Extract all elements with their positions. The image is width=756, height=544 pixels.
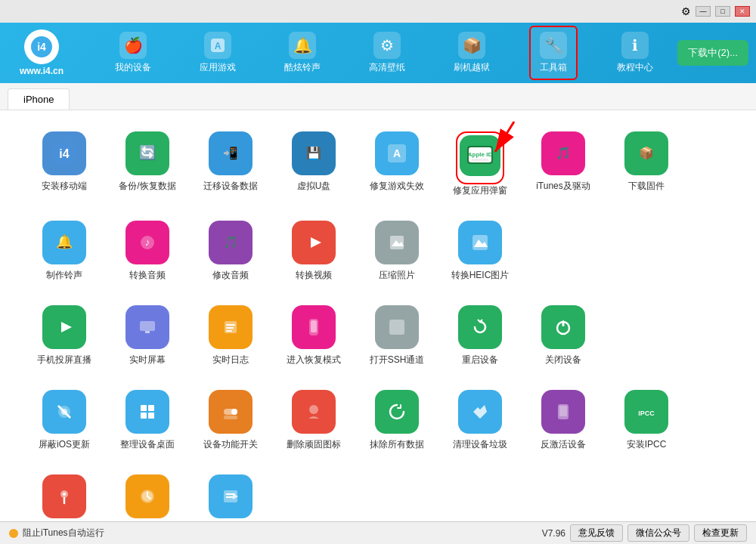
tool-screen-mirror[interactable]: 手机投屏直播 — [23, 299, 106, 372]
tool-itunes-driver[interactable]: 🎵 iTunes及驱动 — [522, 125, 605, 203]
svg-rect-66 — [148, 405, 154, 411]
install-ipcc-icon: IPCC — [624, 390, 668, 434]
tool-clean-junk[interactable]: 清理设备垃圾 — [438, 384, 522, 457]
tool-install-mobile[interactable]: i4 安装移动端 — [23, 125, 106, 203]
svg-rect-50 — [226, 330, 232, 332]
nav-my-device[interactable]: 🍎 我的设备 — [106, 27, 160, 79]
virtual-udisk-label: 虚拟U盘 — [297, 180, 331, 193]
tool-shutdown-device[interactable]: 关闭设备 — [522, 299, 605, 372]
svg-text:IPCC: IPCC — [638, 410, 655, 417]
convert-video-label: 转换视频 — [296, 269, 332, 282]
install-ipcc-label: 安装IPCC — [627, 438, 667, 451]
tool-install-ipcc[interactable]: IPCC 安装IPCC — [605, 384, 688, 457]
device-func-toggle-icon — [209, 390, 253, 434]
organize-desktop-icon — [125, 390, 169, 434]
itunes-driver-icon: 🎵 — [541, 131, 585, 175]
tool-edit-audio[interactable]: 🎵 修改音频 — [189, 215, 272, 288]
close-button[interactable]: ✕ — [735, 6, 750, 17]
deactivate-icon — [541, 390, 585, 434]
svg-rect-55 — [389, 320, 404, 335]
nav-toolbox[interactable]: 🔧 工具箱 — [529, 26, 578, 80]
tool-fix-popup[interactable]: Apple ID 修复应用弹窗 — [438, 125, 522, 203]
install-mobile-label: 安装移动端 — [42, 180, 87, 193]
iphone-tab[interactable]: iPhone — [8, 88, 70, 110]
nav-jailbreak[interactable]: 📦 刷机越狱 — [445, 27, 499, 79]
tool-recovery-mode[interactable]: 进入恢复模式 — [272, 299, 355, 372]
tool-organize-desktop[interactable]: 整理设备桌面 — [106, 384, 189, 457]
svg-rect-53 — [311, 320, 317, 332]
nav-wallpaper[interactable]: ⚙ 高清壁纸 — [360, 27, 414, 79]
tool-backup-restore[interactable]: 🔄 备份/恢复数据 — [106, 125, 189, 203]
make-ringtone-icon: 🔔 — [42, 221, 86, 264]
open-ssh-label: 打开SSH通道 — [370, 354, 425, 366]
screen-mirror-label: 手机投屏直播 — [37, 354, 91, 366]
svg-point-74 — [309, 405, 318, 414]
nav-ringtones[interactable]: 🔔 酷炫铃声 — [275, 27, 330, 79]
tool-deactivate[interactable]: 反激活设备 — [522, 384, 605, 457]
tool-download-firmware[interactable]: 📦 下载固件 — [605, 125, 688, 203]
tool-convert-video[interactable]: 转换视频 — [272, 215, 355, 288]
download-firmware-icon: 📦 — [624, 131, 668, 175]
svg-rect-65 — [141, 405, 147, 411]
fix-game-icon: A — [375, 131, 419, 175]
tool-device-func-toggle[interactable]: 设备功能开关 — [189, 384, 272, 457]
tool-fake-location[interactable]: 虚拟定位 — [23, 468, 106, 521]
svg-text:🎵: 🎵 — [223, 235, 238, 249]
tool-wipe-data[interactable]: 抹除所有数据 — [355, 384, 438, 457]
download-button[interactable]: 下载中(2)... — [677, 40, 748, 66]
settings-icon[interactable]: ⚙ — [681, 5, 691, 17]
tool-convert-audio[interactable]: ♪ 转换音频 — [106, 215, 189, 288]
tool-compress-photo[interactable]: 压缩照片 — [355, 215, 438, 288]
tool-block-ios-update[interactable]: 屏蔽iOS更新 — [23, 384, 106, 457]
itunes-driver-label: iTunes及驱动 — [536, 180, 590, 193]
nav-toolbox-label: 工具箱 — [540, 61, 567, 74]
minimize-button[interactable]: — — [696, 6, 711, 17]
nav-items: 🍎 我的设备 A 应用游戏 🔔 酷炫铃声 ⚙ 高清壁纸 📦 刷机越狱 🔧 工具箱… — [91, 26, 677, 80]
fix-popup-highlight: Apple ID — [456, 131, 504, 184]
tool-skip-setup[interactable]: 跳过设置向导 — [189, 468, 272, 521]
tool-real-log[interactable]: 实时日志 — [189, 299, 272, 372]
tutorial-icon: ℹ — [621, 32, 649, 59]
svg-rect-68 — [148, 413, 154, 419]
real-log-label: 实时日志 — [212, 354, 249, 366]
svg-text:A: A — [215, 41, 222, 51]
svg-rect-64 — [135, 399, 160, 425]
real-log-icon — [209, 305, 253, 349]
status-circle — [9, 529, 18, 538]
fix-game-label: 修复游戏失效 — [370, 180, 424, 193]
tool-fix-game[interactable]: A 修复游戏失效 — [355, 125, 438, 203]
svg-rect-67 — [141, 413, 147, 419]
update-button[interactable]: 检查更新 — [694, 524, 747, 542]
feedback-button[interactable]: 意见反馈 — [570, 524, 623, 542]
tool-convert-heic[interactable]: 转换HEIC图片 — [438, 215, 522, 288]
title-bar: ⚙ — □ ✕ — [0, 0, 756, 23]
status-right: V7.96 意见反馈 微信公众号 检查更新 — [542, 524, 747, 542]
fix-popup-label: 修复应用弹窗 — [453, 184, 507, 197]
nav-app-games[interactable]: A 应用游戏 — [191, 27, 245, 79]
tool-delete-stubborn[interactable]: 删除顽固图标 — [272, 384, 355, 457]
svg-point-84 — [63, 493, 66, 496]
recovery-mode-icon — [292, 305, 336, 349]
tool-restart-device[interactable]: 重启设备 — [438, 299, 522, 372]
download-firmware-label: 下载固件 — [628, 180, 665, 193]
clean-junk-icon — [458, 390, 502, 434]
real-screen-label: 实时屏幕 — [129, 354, 166, 366]
tool-open-ssh[interactable]: 打开SSH通道 — [355, 299, 438, 372]
tool-row-4: 屏蔽iOS更新 整理设备桌面 设备功能开关 删除顽固图标 抹除所有数据 — [23, 384, 733, 457]
status-left: 阻止iTunes自动运行 — [9, 527, 536, 539]
deactivate-label: 反激活设备 — [541, 438, 586, 451]
nav-tutorial[interactable]: ℹ 教程中心 — [608, 27, 662, 79]
real-screen-icon — [125, 305, 169, 349]
svg-text:A: A — [393, 147, 401, 159]
tool-migrate[interactable]: 📲 迁移设备数据 — [189, 125, 272, 203]
tool-break-time-limit[interactable]: 破解时间限额 — [106, 468, 189, 521]
wechat-button[interactable]: 微信公众号 — [627, 524, 689, 542]
tool-make-ringtone[interactable]: 🔔 制作铃声 — [23, 215, 106, 288]
delete-stubborn-label: 删除顽固图标 — [287, 438, 341, 451]
tool-virtual-udisk[interactable]: 💾 虚拟U盘 — [272, 125, 355, 203]
tab-bar: iPhone — [0, 83, 756, 110]
maximize-button[interactable]: □ — [715, 6, 730, 17]
skip-setup-icon — [209, 474, 253, 518]
convert-heic-icon — [458, 221, 502, 264]
tool-real-screen[interactable]: 实时屏幕 — [106, 299, 189, 372]
